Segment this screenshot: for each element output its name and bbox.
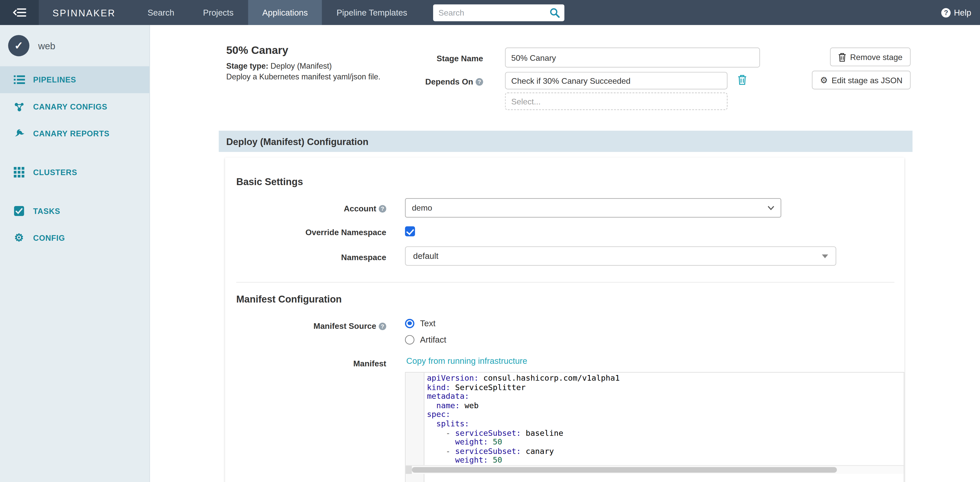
sidebar-item-canary-reports[interactable]: CANARY REPORTS [0, 120, 149, 147]
help-link[interactable]: ? Help [942, 8, 971, 17]
code-line: kind: ServiceSplitter [427, 383, 904, 392]
depends-on-label: Depends On? [345, 77, 483, 86]
code-line: splits: [427, 420, 904, 429]
code-line: metadata: [427, 392, 904, 401]
edit-stage-json-button[interactable]: ⚙ Edit stage as JSON [812, 71, 911, 89]
account-select[interactable]: demo [405, 198, 781, 218]
code-line: name: web [427, 401, 904, 410]
manifest-source-help-icon[interactable]: ? [379, 323, 386, 330]
code-line: weight: 50 [427, 456, 904, 465]
remove-dependency-trash-icon[interactable] [738, 74, 747, 85]
manifest-code-editor[interactable]: apiVersion: consul.hashicorp.com/v1alpha… [405, 372, 904, 482]
app-header: ✓ web [0, 25, 149, 66]
depends-on-help-icon[interactable]: ? [476, 78, 483, 86]
stage-type: Stage type: Deploy (Manifest) [226, 62, 332, 70]
code-line: - serviceSubset: canary [427, 447, 904, 456]
caret-down-icon [822, 254, 828, 258]
sidebar-group-gap [0, 147, 149, 159]
sidebar-item-clusters[interactable]: CLUSTERS [0, 159, 149, 186]
code-line: - serviceSubset: baseline [427, 429, 904, 438]
sidebar-item-pipelines[interactable]: PIPELINES [0, 66, 149, 93]
help-icon: ? [942, 8, 951, 17]
sidebar-item-label: CLUSTERS [33, 168, 77, 177]
namespace-label: Namespace [261, 253, 387, 262]
copy-from-running-infrastructure-link[interactable]: Copy from running infrastructure [406, 356, 527, 366]
manifest-source-artifact-radio[interactable]: Artifact [405, 333, 446, 346]
global-search [433, 4, 564, 21]
code-line: spec: [427, 410, 904, 420]
override-namespace-checkbox[interactable] [405, 226, 415, 236]
canary-configs-icon [13, 102, 25, 111]
global-search-input[interactable] [433, 4, 564, 21]
radio-icon [405, 335, 414, 344]
namespace-select-value: default [413, 251, 438, 261]
deploy-manifest-config-card: Basic Settings Account? demo Override Na… [225, 157, 904, 482]
stage-title: 50% Canary [226, 44, 288, 57]
gear-icon: ⚙ [820, 76, 828, 84]
manifest-label: Manifest [261, 359, 387, 368]
sidebar-item-canary-configs[interactable]: CANARY CONFIGS [0, 93, 149, 120]
editor-horizontal-scrollbar [406, 465, 904, 474]
stage-name-input[interactable] [505, 48, 760, 67]
account-select-value: demo [412, 203, 432, 213]
primary-nav: Search Projects Applications Pipeline Te… [133, 0, 422, 25]
sidebar-item-label: CONFIG [33, 234, 65, 242]
chevron-down-icon [767, 206, 774, 210]
section-divider [236, 282, 894, 282]
spinnaker-app: SPINNAKER Search Projects Applications P… [0, 0, 980, 482]
sidebar-item-label: CANARY REPORTS [33, 129, 110, 138]
help-label: Help [954, 8, 971, 17]
account-help-icon[interactable]: ? [379, 205, 386, 212]
stage-type-label: Stage type: [226, 62, 269, 70]
remove-stage-button[interactable]: Remove stage [830, 48, 911, 66]
depends-on-add-select[interactable]: Select... [505, 92, 728, 110]
collapse-menu-icon [13, 7, 26, 17]
code-line: weight: 50 [427, 438, 904, 447]
section-header: Deploy (Manifest) Configuration [219, 131, 912, 152]
code-line: apiVersion: consul.hashicorp.com/v1alpha… [427, 374, 904, 383]
sidebar-item-tasks[interactable]: TASKS [0, 197, 149, 224]
sidebar-item-config[interactable]: ⚙ CONFIG [0, 224, 149, 251]
sidebar-item-label: TASKS [33, 207, 60, 215]
override-namespace-label: Override Namespace [261, 227, 387, 237]
application-name: web [38, 40, 55, 51]
sidebar-group-gap [0, 186, 149, 197]
basic-settings-heading: Basic Settings [236, 177, 303, 188]
brand-logo: SPINNAKER [52, 7, 116, 18]
depends-on-input[interactable] [505, 72, 728, 90]
nav-item-applications[interactable]: Applications [248, 0, 322, 25]
stage-name-label: Stage Name [358, 54, 483, 63]
stage-actions: Remove stage ⚙ Edit stage as JSON [812, 48, 911, 89]
application-icon: ✓ [8, 35, 29, 56]
radio-icon [405, 319, 414, 328]
manifest-source-label: Manifest Source? [249, 321, 387, 331]
scrollbar-corner [406, 466, 412, 474]
code-content: apiVersion: consul.hashicorp.com/v1alpha… [425, 374, 904, 465]
nav-item-pipeline-templates[interactable]: Pipeline Templates [322, 0, 422, 25]
clusters-grid-icon [13, 167, 25, 178]
section-title: Deploy (Manifest) Configuration [226, 136, 369, 147]
account-label: Account? [261, 204, 387, 213]
stage-editor-pane: 50% Canary Stage type: Deploy (Manifest)… [150, 25, 980, 482]
nav-item-search[interactable]: Search [133, 0, 189, 25]
sidebar-item-label: PIPELINES [33, 75, 76, 84]
namespace-select[interactable]: default [405, 247, 836, 266]
nav-item-projects[interactable]: Projects [189, 0, 248, 25]
canary-reports-bird-icon [13, 129, 25, 138]
application-sidebar: ✓ web PIPELINES [0, 25, 150, 482]
tasks-checkbox-icon [13, 206, 25, 216]
trash-icon [838, 52, 846, 62]
sidebar-item-label: CANARY CONFIGS [33, 102, 107, 111]
search-icon[interactable] [549, 7, 560, 18]
pipelines-list-icon [13, 75, 25, 84]
manifest-configuration-heading: Manifest Configuration [236, 294, 342, 305]
manifest-source-text-radio[interactable]: Text [405, 317, 435, 329]
sidebar-nav: PIPELINES CANARY CONFIGS [0, 66, 149, 251]
stage-type-value: Deploy (Manifest) [270, 62, 332, 70]
top-navbar: SPINNAKER Search Projects Applications P… [0, 0, 980, 25]
sidebar-collapse-button[interactable] [0, 0, 39, 25]
scrollbar-thumb[interactable] [412, 467, 837, 472]
